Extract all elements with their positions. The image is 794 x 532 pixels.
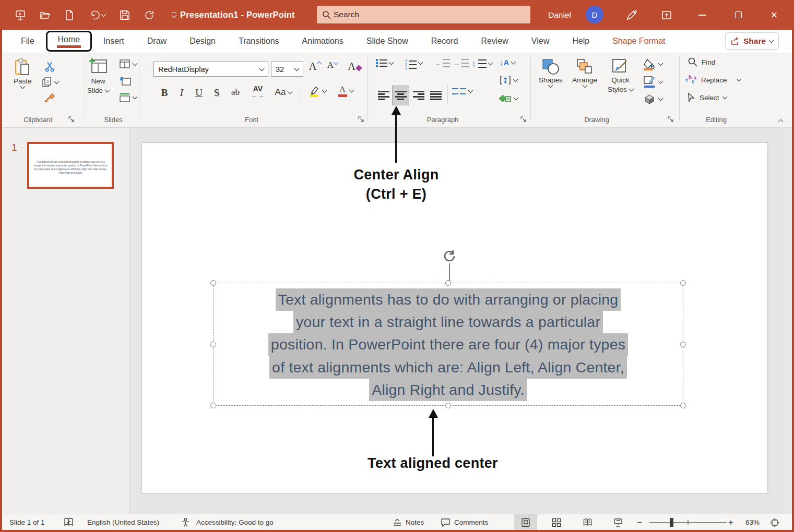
copy-icon[interactable] — [39, 76, 62, 89]
tab-shape-format[interactable]: Shape Format — [601, 30, 677, 53]
comments-button[interactable]: Comments — [441, 514, 488, 530]
spell-check-icon[interactable] — [64, 514, 74, 530]
shrink-font-button[interactable]: A — [325, 60, 340, 70]
resize-handle-e[interactable] — [680, 342, 686, 347]
search-input[interactable]: Search — [317, 6, 530, 23]
reset-slide-icon[interactable] — [117, 76, 133, 87]
tab-insert[interactable]: Insert — [92, 30, 136, 53]
resize-handle-n[interactable] — [445, 280, 451, 286]
tab-file[interactable]: File — [9, 30, 46, 53]
character-spacing-button[interactable]: AV ←→ — [246, 85, 270, 99]
slide-layout-icon[interactable] — [116, 59, 140, 69]
clear-formatting-button[interactable]: A — [346, 60, 363, 73]
smartart-convert-button[interactable] — [498, 93, 518, 104]
text-highlight-button[interactable] — [305, 85, 330, 98]
tab-review[interactable]: Review — [469, 30, 519, 53]
font-color-button[interactable]: A — [333, 85, 358, 97]
resize-handle-w[interactable] — [210, 342, 216, 347]
font-dialog-launcher-icon[interactable] — [358, 115, 366, 124]
resize-handle-sw[interactable] — [210, 403, 216, 408]
slide-show-view-button[interactable] — [607, 514, 630, 530]
shapes-button[interactable]: Shapes — [539, 58, 563, 87]
tab-design[interactable]: Design — [178, 30, 227, 53]
paste-button[interactable]: Paste — [14, 58, 32, 88]
tab-view[interactable]: View — [520, 30, 561, 53]
cut-icon[interactable] — [42, 60, 57, 74]
slide-sorter-view-button[interactable] — [545, 514, 568, 530]
text-direction-button[interactable]: ↓A — [500, 58, 515, 67]
change-case-button[interactable]: Aa — [271, 87, 295, 98]
close-button[interactable]: × — [762, 0, 786, 30]
shape-effects-button[interactable] — [643, 93, 662, 105]
tab-draw[interactable]: Draw — [136, 30, 178, 53]
grow-font-button[interactable]: A — [306, 60, 323, 73]
slide-thumbnail[interactable]: Text alignments has to do with arranging… — [27, 142, 114, 189]
justify-button[interactable] — [428, 86, 444, 105]
numbering-button[interactable]: 123 — [405, 59, 422, 67]
reading-view-button[interactable] — [576, 514, 599, 530]
paragraph-dialog-launcher-icon[interactable] — [520, 115, 528, 124]
align-right-button[interactable] — [411, 86, 426, 105]
slide-indicator[interactable]: Slide 1 of 1 — [9, 514, 45, 530]
section-icon[interactable] — [116, 92, 140, 103]
replace-button[interactable]: bc Replace — [685, 75, 741, 85]
tab-slide-show[interactable]: Slide Show — [355, 30, 420, 53]
resize-handle-nw[interactable] — [210, 280, 216, 286]
text-shadow-button[interactable]: S — [209, 87, 224, 99]
format-painter-icon[interactable] — [42, 91, 57, 105]
minimize-button[interactable] — [690, 0, 714, 30]
tab-record[interactable]: Record — [420, 30, 470, 53]
quick-styles-button[interactable]: Quick Styles — [608, 58, 633, 94]
zoom-in-button[interactable]: + — [728, 514, 733, 530]
shape-fill-button[interactable] — [643, 58, 662, 70]
decrease-indent-icon[interactable]: ← — [434, 59, 450, 67]
find-button[interactable]: Find — [688, 57, 715, 67]
align-text-button[interactable] — [500, 76, 517, 85]
user-name[interactable]: Daniel — [548, 0, 571, 30]
zoom-slider-thumb[interactable] — [670, 518, 673, 527]
font-size-combo[interactable]: 32 — [271, 62, 303, 77]
notes-button[interactable]: Notes — [393, 514, 424, 530]
underline-button[interactable]: U — [192, 87, 206, 99]
new-file-icon[interactable] — [63, 8, 76, 22]
resize-handle-s[interactable] — [445, 403, 451, 408]
drawing-dialog-launcher-icon[interactable] — [667, 115, 676, 124]
avatar[interactable]: D — [586, 6, 603, 23]
shape-outline-button[interactable] — [643, 76, 662, 88]
align-center-button[interactable] — [392, 86, 409, 105]
undo-icon[interactable] — [87, 8, 107, 22]
accessibility-status[interactable]: Accessibility: Good to go — [196, 514, 274, 530]
strikethrough-button[interactable]: ab — [227, 87, 244, 98]
resize-handle-se[interactable] — [680, 403, 686, 408]
clipboard-dialog-launcher-icon[interactable] — [68, 115, 76, 124]
select-button[interactable]: Select — [686, 92, 727, 103]
start-slideshow-icon[interactable] — [14, 8, 27, 22]
zoom-out-button[interactable]: − — [637, 514, 642, 530]
bold-button[interactable]: B — [157, 87, 172, 99]
font-name-combo[interactable]: RedHatDisplay — [153, 62, 268, 77]
ribbon-display-options-icon[interactable] — [655, 0, 679, 30]
new-slide-button[interactable]: New Slide — [87, 57, 109, 95]
maximize-button[interactable] — [726, 0, 750, 30]
language-status[interactable]: English (United States) — [87, 514, 159, 530]
share-button[interactable]: Share — [725, 32, 779, 50]
rotate-handle-icon[interactable] — [442, 248, 457, 264]
normal-view-button[interactable] — [514, 514, 537, 530]
accessibility-icon[interactable] — [181, 514, 191, 530]
tab-help[interactable]: Help — [561, 30, 601, 53]
increase-indent-icon[interactable]: → — [453, 59, 469, 67]
save-icon[interactable] — [118, 8, 132, 22]
columns-button[interactable] — [452, 88, 472, 94]
align-left-button[interactable] — [376, 86, 392, 105]
line-spacing-button[interactable]: ↕ — [472, 59, 492, 68]
tab-transitions[interactable]: Transitions — [227, 30, 291, 53]
open-icon[interactable] — [38, 8, 52, 22]
bullets-button[interactable] — [376, 59, 393, 67]
tab-home[interactable]: Home — [46, 31, 92, 52]
feedback-pen-icon[interactable] — [620, 0, 644, 30]
tab-animations[interactable]: Animations — [291, 30, 355, 53]
redo-icon[interactable] — [143, 8, 156, 22]
zoom-level[interactable]: 63% — [745, 514, 760, 530]
arrange-button[interactable]: Arrange — [572, 58, 597, 87]
italic-button[interactable]: I — [174, 87, 189, 99]
